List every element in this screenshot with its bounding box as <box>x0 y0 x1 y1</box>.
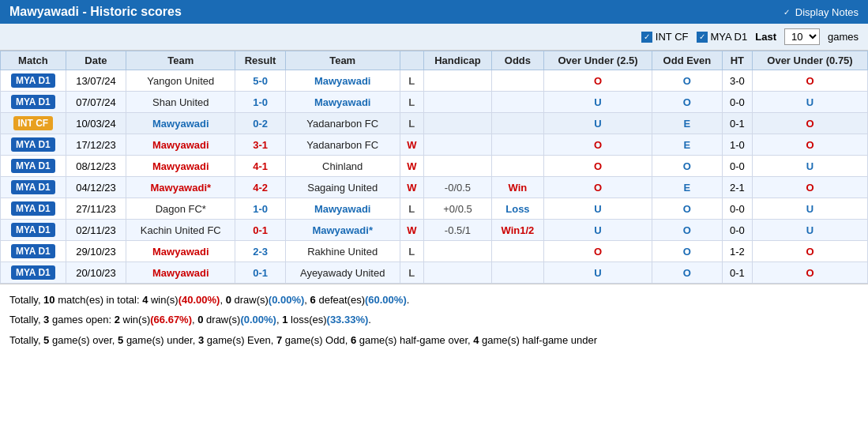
cell-handicap <box>423 134 491 156</box>
cell-date: 07/07/24 <box>66 92 126 113</box>
cell-result: 1-0 <box>235 198 285 220</box>
cell-ou075: O <box>752 134 867 156</box>
cell-date: 29/10/23 <box>66 241 126 262</box>
page-title: Mawyawadi - Historic scores <box>9 5 182 19</box>
cell-team2: Mawyawadi <box>285 92 400 113</box>
cell-ht: 0-0 <box>722 92 752 113</box>
cell-team2: Sagaing United <box>285 177 400 198</box>
cell-ou25: U <box>543 220 652 241</box>
col-ou25: Over Under (2.5) <box>543 51 652 70</box>
cell-oe: O <box>652 156 723 177</box>
mya-d1-checkbox[interactable] <box>697 32 708 43</box>
cell-wl: W <box>400 134 423 156</box>
games-select[interactable]: 10 5 15 20 25 30 <box>784 28 820 45</box>
cell-wl: L <box>400 70 423 92</box>
int-cf-checkbox[interactable] <box>641 32 652 43</box>
cell-result: 0-2 <box>235 113 285 134</box>
cell-ou25: U <box>543 113 652 134</box>
cell-team1: Mawyawadi* <box>126 177 235 198</box>
int-cf-label: INT CF <box>656 31 689 43</box>
cell-oe: O <box>652 70 723 92</box>
cell-ou25: O <box>543 241 652 262</box>
header-controls: Display Notes <box>781 6 859 18</box>
games-label: games <box>828 31 859 43</box>
cell-league: MYA D1 <box>1 262 66 284</box>
table-row: MYA D1 04/12/23 Mawyawadi* 4-2 Sagaing U… <box>1 177 868 198</box>
table-row: MYA D1 07/07/24 Shan United 1-0 Mawyawad… <box>1 92 868 113</box>
cell-ht: 3-0 <box>722 70 752 92</box>
cell-team2: Rakhine United <box>285 241 400 262</box>
cell-date: 27/11/23 <box>66 198 126 220</box>
cell-result: 0-1 <box>235 262 285 284</box>
last-label: Last <box>755 31 776 43</box>
cell-ou075: O <box>752 113 867 134</box>
cell-odds <box>491 92 543 113</box>
table-header-row: Match Date Team Result Team Handicap Odd… <box>1 51 868 70</box>
cell-wl: W <box>400 156 423 177</box>
cell-team1: Mawyawadi <box>126 156 235 177</box>
table-row: MYA D1 20/10/23 Mawyawadi 0-1 Ayeyawady … <box>1 262 868 284</box>
display-notes-checkbox[interactable] <box>781 6 792 17</box>
mya-d1-filter[interactable]: MYA D1 <box>697 31 748 43</box>
cell-odds: Loss <box>491 198 543 220</box>
cell-result: 5-0 <box>235 70 285 92</box>
cell-ou075: U <box>752 92 867 113</box>
cell-ou25: U <box>543 262 652 284</box>
cell-wl: L <box>400 241 423 262</box>
cell-odds <box>491 241 543 262</box>
cell-handicap <box>423 70 491 92</box>
cell-date: 13/07/24 <box>66 70 126 92</box>
cell-handicap <box>423 113 491 134</box>
cell-ou075: O <box>752 177 867 198</box>
cell-wl: W <box>400 177 423 198</box>
cell-league: MYA D1 <box>1 70 66 92</box>
cell-odds <box>491 262 543 284</box>
cell-odds: Win <box>491 177 543 198</box>
cell-result: 4-1 <box>235 156 285 177</box>
cell-wl: W <box>400 220 423 241</box>
cell-odds <box>491 113 543 134</box>
cell-ht: 0-1 <box>722 262 752 284</box>
cell-league: MYA D1 <box>1 177 66 198</box>
header-bar: Mawyawadi - Historic scores Display Note… <box>0 0 868 24</box>
cell-ou075: U <box>752 156 867 177</box>
cell-handicap <box>423 156 491 177</box>
col-oe: Odd Even <box>652 51 723 70</box>
cell-handicap: -0/0.5 <box>423 177 491 198</box>
cell-oe: E <box>652 113 723 134</box>
main-container: Mawyawadi - Historic scores Display Note… <box>0 0 868 357</box>
cell-odds <box>491 156 543 177</box>
table-row: MYA D1 13/07/24 Yangon United 5-0 Mawyaw… <box>1 70 868 92</box>
cell-ht: 0-0 <box>722 156 752 177</box>
col-match: Match <box>1 51 66 70</box>
cell-oe: O <box>652 241 723 262</box>
cell-league: MYA D1 <box>1 134 66 156</box>
col-handicap: Handicap <box>423 51 491 70</box>
cell-ou25: U <box>543 92 652 113</box>
cell-wl: L <box>400 198 423 220</box>
cell-handicap <box>423 241 491 262</box>
col-team2: Team <box>285 51 400 70</box>
cell-team2: Ayeyawady United <box>285 262 400 284</box>
cell-odds <box>491 70 543 92</box>
cell-date: 10/03/24 <box>66 113 126 134</box>
cell-oe: O <box>652 262 723 284</box>
col-team1: Team <box>126 51 235 70</box>
cell-oe: E <box>652 134 723 156</box>
cell-ht: 1-2 <box>722 241 752 262</box>
cell-ht: 0-1 <box>722 113 752 134</box>
cell-result: 1-0 <box>235 92 285 113</box>
int-cf-filter[interactable]: INT CF <box>641 31 689 43</box>
cell-wl: L <box>400 113 423 134</box>
cell-wl: L <box>400 262 423 284</box>
cell-team2: Mawyawadi <box>285 198 400 220</box>
summary-line-2: Totally, 3 games open: 2 win(s)(66.67%),… <box>9 310 859 329</box>
cell-team1: Mawyawadi <box>126 113 235 134</box>
cell-handicap: -0.5/1 <box>423 220 491 241</box>
display-notes-label[interactable]: Display Notes <box>781 6 859 18</box>
cell-oe: O <box>652 198 723 220</box>
col-wl <box>400 51 423 70</box>
cell-wl: L <box>400 92 423 113</box>
cell-team1: Kachin United FC <box>126 220 235 241</box>
cell-team1: Dagon FC* <box>126 198 235 220</box>
